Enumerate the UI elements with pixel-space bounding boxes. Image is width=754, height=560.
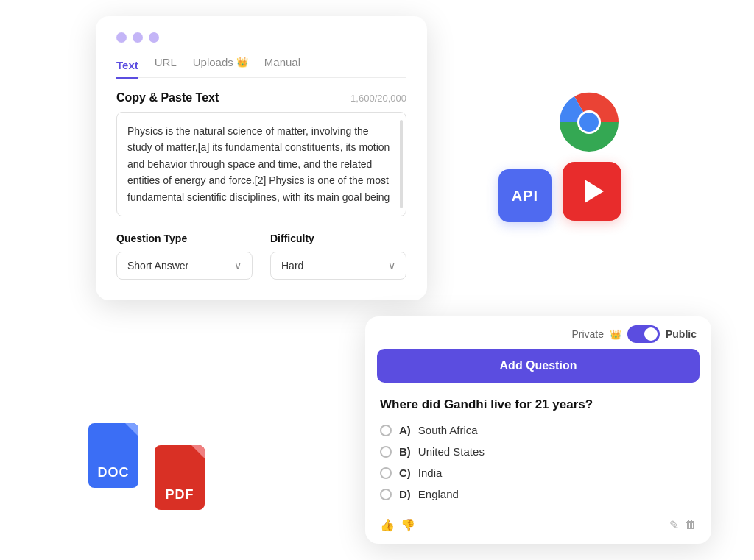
tab-manual[interactable]: Manual (264, 56, 300, 71)
radio-d[interactable] (380, 489, 392, 500)
copy-paste-header: Copy & Paste Text 1,600/20,000 (116, 91, 406, 104)
question-card: Private 👑 Public Add Question Where did … (365, 316, 711, 544)
difficulty-label: Difficulty (270, 233, 406, 244)
answer-option-c: C) India (380, 467, 697, 479)
option-a-letter: A) (399, 424, 411, 436)
question-type-value: Short Answer (127, 260, 188, 272)
pdf-fold (191, 445, 205, 458)
tab-url[interactable]: URL (155, 56, 177, 71)
delete-icon[interactable]: 🗑 (685, 518, 697, 532)
private-label: Private (571, 328, 604, 340)
question-type-group: Question Type Short Answer ∨ (116, 233, 253, 280)
radio-c[interactable] (380, 467, 392, 479)
pdf-icon: PDF (155, 445, 214, 516)
option-d-text: England (418, 488, 459, 500)
option-d-letter: D) (399, 488, 411, 500)
footer-icons-left: 👍 👎 (380, 518, 415, 532)
footer-icons-right: ✎ 🗑 (669, 518, 697, 532)
answer-option-a: A) South Africa (380, 424, 697, 436)
chrome-icon (555, 88, 623, 159)
dot-1 (116, 32, 127, 43)
option-a-text: South Africa (418, 424, 478, 436)
input-card: Text URL Uploads 👑 Manual Copy & Paste T… (96, 16, 427, 300)
question-text: Where did Gandhi live for 21 years? (380, 397, 697, 412)
difficulty-group: Difficulty Hard ∨ (270, 233, 406, 280)
option-c-letter: C) (399, 467, 411, 479)
question-footer: 👍 👎 ✎ 🗑 (365, 509, 711, 544)
question-body: Where did Gandhi live for 21 years? A) S… (365, 394, 711, 500)
public-label: Public (666, 328, 697, 340)
youtube-icon (563, 162, 621, 221)
thumbs-down-icon[interactable]: 👎 (401, 518, 415, 532)
doc-icon: DOC (88, 423, 147, 494)
option-b-text: United States (418, 445, 485, 458)
question-type-label: Question Type (116, 233, 253, 244)
api-label: API (512, 188, 538, 205)
difficulty-value: Hard (281, 260, 303, 272)
uploads-crown-icon: 👑 (236, 57, 248, 68)
char-count: 1,600/20,000 (350, 93, 406, 104)
tab-uploads[interactable]: Uploads 👑 (193, 56, 248, 71)
radio-a[interactable] (380, 425, 392, 436)
text-area-box[interactable]: Physics is the natural science of matter… (116, 112, 406, 216)
question-type-dropdown[interactable]: Short Answer ∨ (116, 252, 253, 280)
doc-label: DOC (98, 465, 130, 481)
dot-3 (149, 32, 159, 43)
answer-option-d: D) England (380, 488, 697, 500)
play-icon (585, 180, 604, 203)
api-icon: API (498, 169, 552, 222)
thumbs-up-icon[interactable]: 👍 (380, 518, 395, 532)
question-type-row: Question Type Short Answer ∨ Difficulty … (116, 233, 406, 280)
toggle-knob (644, 327, 658, 341)
public-private-toggle[interactable] (627, 325, 660, 343)
difficulty-dropdown[interactable]: Hard ∨ (270, 252, 406, 280)
private-crown-icon: 👑 (610, 329, 621, 340)
window-dots (116, 32, 406, 43)
body-text: Physics is the natural science of matter… (127, 125, 390, 203)
question-type-chevron-icon: ∨ (234, 260, 242, 272)
difficulty-chevron-icon: ∨ (388, 260, 395, 272)
edit-icon[interactable]: ✎ (669, 518, 679, 532)
dot-2 (133, 32, 143, 43)
answer-option-b: B) United States (380, 445, 697, 458)
svg-point-3 (579, 113, 599, 132)
add-question-button[interactable]: Add Question (377, 349, 700, 383)
copy-paste-title: Copy & Paste Text (116, 91, 219, 104)
doc-fold (125, 423, 138, 436)
option-b-letter: B) (399, 445, 411, 458)
doc-body: DOC (88, 423, 138, 488)
tab-text[interactable]: Text (116, 56, 138, 79)
tab-bar: Text URL Uploads 👑 Manual (116, 56, 406, 78)
radio-b[interactable] (380, 446, 392, 458)
pdf-label: PDF (166, 487, 194, 503)
option-c-text: India (418, 467, 443, 479)
pdf-body: PDF (155, 445, 205, 510)
scrollbar[interactable] (400, 120, 403, 208)
private-public-bar: Private 👑 Public (365, 316, 711, 349)
